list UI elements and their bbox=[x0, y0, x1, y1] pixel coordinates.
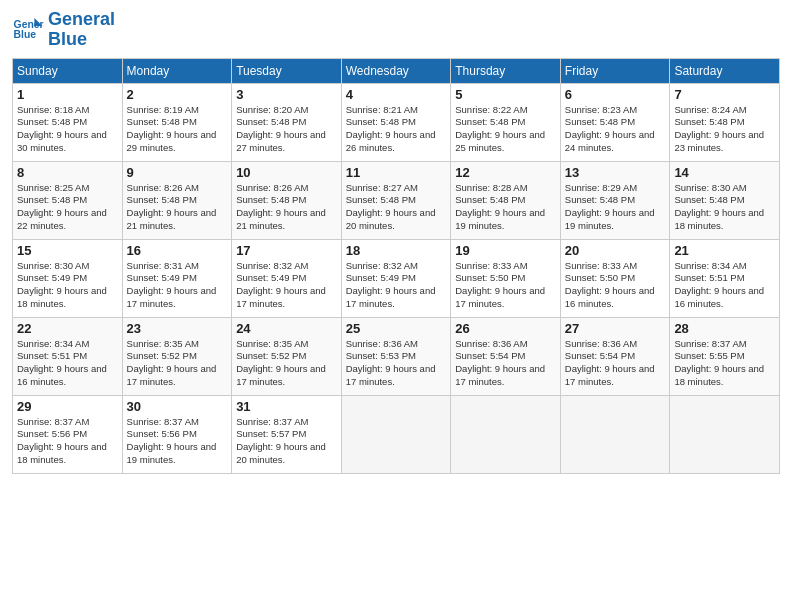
calendar-cell: 10Sunrise: 8:26 AM Sunset: 5:48 PM Dayli… bbox=[232, 161, 342, 239]
calendar-table: SundayMondayTuesdayWednesdayThursdayFrid… bbox=[12, 58, 780, 474]
day-info: Sunrise: 8:22 AM Sunset: 5:48 PM Dayligh… bbox=[455, 104, 556, 155]
day-number: 15 bbox=[17, 243, 118, 258]
calendar-cell: 3Sunrise: 8:20 AM Sunset: 5:48 PM Daylig… bbox=[232, 83, 342, 161]
day-info: Sunrise: 8:33 AM Sunset: 5:50 PM Dayligh… bbox=[455, 260, 556, 311]
day-number: 26 bbox=[455, 321, 556, 336]
calendar-cell: 26Sunrise: 8:36 AM Sunset: 5:54 PM Dayli… bbox=[451, 317, 561, 395]
day-info: Sunrise: 8:23 AM Sunset: 5:48 PM Dayligh… bbox=[565, 104, 666, 155]
calendar-week-3: 15Sunrise: 8:30 AM Sunset: 5:49 PM Dayli… bbox=[13, 239, 780, 317]
calendar-cell: 1Sunrise: 8:18 AM Sunset: 5:48 PM Daylig… bbox=[13, 83, 123, 161]
calendar-cell: 20Sunrise: 8:33 AM Sunset: 5:50 PM Dayli… bbox=[560, 239, 670, 317]
day-header-saturday: Saturday bbox=[670, 58, 780, 83]
calendar-cell: 24Sunrise: 8:35 AM Sunset: 5:52 PM Dayli… bbox=[232, 317, 342, 395]
day-number: 16 bbox=[127, 243, 228, 258]
calendar-cell: 23Sunrise: 8:35 AM Sunset: 5:52 PM Dayli… bbox=[122, 317, 232, 395]
day-number: 14 bbox=[674, 165, 775, 180]
day-info: Sunrise: 8:29 AM Sunset: 5:48 PM Dayligh… bbox=[565, 182, 666, 233]
day-number: 3 bbox=[236, 87, 337, 102]
calendar-cell: 15Sunrise: 8:30 AM Sunset: 5:49 PM Dayli… bbox=[13, 239, 123, 317]
day-info: Sunrise: 8:26 AM Sunset: 5:48 PM Dayligh… bbox=[127, 182, 228, 233]
calendar-cell: 21Sunrise: 8:34 AM Sunset: 5:51 PM Dayli… bbox=[670, 239, 780, 317]
day-number: 6 bbox=[565, 87, 666, 102]
day-number: 10 bbox=[236, 165, 337, 180]
day-number: 28 bbox=[674, 321, 775, 336]
day-number: 13 bbox=[565, 165, 666, 180]
calendar-cell: 17Sunrise: 8:32 AM Sunset: 5:49 PM Dayli… bbox=[232, 239, 342, 317]
day-number: 7 bbox=[674, 87, 775, 102]
calendar-cell: 7Sunrise: 8:24 AM Sunset: 5:48 PM Daylig… bbox=[670, 83, 780, 161]
calendar-cell: 28Sunrise: 8:37 AM Sunset: 5:55 PM Dayli… bbox=[670, 317, 780, 395]
day-header-wednesday: Wednesday bbox=[341, 58, 451, 83]
day-info: Sunrise: 8:31 AM Sunset: 5:49 PM Dayligh… bbox=[127, 260, 228, 311]
logo: General Blue GeneralBlue bbox=[12, 10, 115, 50]
day-info: Sunrise: 8:26 AM Sunset: 5:48 PM Dayligh… bbox=[236, 182, 337, 233]
calendar-week-4: 22Sunrise: 8:34 AM Sunset: 5:51 PM Dayli… bbox=[13, 317, 780, 395]
day-number: 2 bbox=[127, 87, 228, 102]
day-info: Sunrise: 8:35 AM Sunset: 5:52 PM Dayligh… bbox=[127, 338, 228, 389]
day-header-sunday: Sunday bbox=[13, 58, 123, 83]
day-number: 5 bbox=[455, 87, 556, 102]
header: General Blue GeneralBlue bbox=[12, 10, 780, 50]
day-info: Sunrise: 8:28 AM Sunset: 5:48 PM Dayligh… bbox=[455, 182, 556, 233]
day-header-thursday: Thursday bbox=[451, 58, 561, 83]
day-number: 22 bbox=[17, 321, 118, 336]
calendar-cell: 14Sunrise: 8:30 AM Sunset: 5:48 PM Dayli… bbox=[670, 161, 780, 239]
day-number: 20 bbox=[565, 243, 666, 258]
calendar-cell bbox=[341, 395, 451, 473]
day-info: Sunrise: 8:27 AM Sunset: 5:48 PM Dayligh… bbox=[346, 182, 447, 233]
calendar-week-1: 1Sunrise: 8:18 AM Sunset: 5:48 PM Daylig… bbox=[13, 83, 780, 161]
day-number: 8 bbox=[17, 165, 118, 180]
calendar-cell bbox=[560, 395, 670, 473]
day-header-tuesday: Tuesday bbox=[232, 58, 342, 83]
day-info: Sunrise: 8:37 AM Sunset: 5:56 PM Dayligh… bbox=[17, 416, 118, 467]
day-info: Sunrise: 8:20 AM Sunset: 5:48 PM Dayligh… bbox=[236, 104, 337, 155]
calendar-cell: 11Sunrise: 8:27 AM Sunset: 5:48 PM Dayli… bbox=[341, 161, 451, 239]
calendar-cell: 31Sunrise: 8:37 AM Sunset: 5:57 PM Dayli… bbox=[232, 395, 342, 473]
calendar-cell: 18Sunrise: 8:32 AM Sunset: 5:49 PM Dayli… bbox=[341, 239, 451, 317]
logo-text: GeneralBlue bbox=[48, 10, 115, 50]
day-info: Sunrise: 8:21 AM Sunset: 5:48 PM Dayligh… bbox=[346, 104, 447, 155]
day-number: 1 bbox=[17, 87, 118, 102]
day-number: 24 bbox=[236, 321, 337, 336]
calendar-week-5: 29Sunrise: 8:37 AM Sunset: 5:56 PM Dayli… bbox=[13, 395, 780, 473]
day-info: Sunrise: 8:32 AM Sunset: 5:49 PM Dayligh… bbox=[346, 260, 447, 311]
calendar-cell bbox=[670, 395, 780, 473]
day-header-friday: Friday bbox=[560, 58, 670, 83]
day-number: 30 bbox=[127, 399, 228, 414]
calendar-cell: 13Sunrise: 8:29 AM Sunset: 5:48 PM Dayli… bbox=[560, 161, 670, 239]
day-number: 17 bbox=[236, 243, 337, 258]
calendar-header: SundayMondayTuesdayWednesdayThursdayFrid… bbox=[13, 58, 780, 83]
calendar-cell: 30Sunrise: 8:37 AM Sunset: 5:56 PM Dayli… bbox=[122, 395, 232, 473]
day-number: 23 bbox=[127, 321, 228, 336]
calendar-cell: 5Sunrise: 8:22 AM Sunset: 5:48 PM Daylig… bbox=[451, 83, 561, 161]
day-info: Sunrise: 8:19 AM Sunset: 5:48 PM Dayligh… bbox=[127, 104, 228, 155]
svg-text:Blue: Blue bbox=[14, 29, 37, 40]
calendar-cell: 22Sunrise: 8:34 AM Sunset: 5:51 PM Dayli… bbox=[13, 317, 123, 395]
calendar-cell: 29Sunrise: 8:37 AM Sunset: 5:56 PM Dayli… bbox=[13, 395, 123, 473]
day-info: Sunrise: 8:36 AM Sunset: 5:53 PM Dayligh… bbox=[346, 338, 447, 389]
day-number: 4 bbox=[346, 87, 447, 102]
calendar-week-2: 8Sunrise: 8:25 AM Sunset: 5:48 PM Daylig… bbox=[13, 161, 780, 239]
day-number: 11 bbox=[346, 165, 447, 180]
day-number: 21 bbox=[674, 243, 775, 258]
day-number: 25 bbox=[346, 321, 447, 336]
calendar-cell: 6Sunrise: 8:23 AM Sunset: 5:48 PM Daylig… bbox=[560, 83, 670, 161]
day-info: Sunrise: 8:24 AM Sunset: 5:48 PM Dayligh… bbox=[674, 104, 775, 155]
calendar-cell: 8Sunrise: 8:25 AM Sunset: 5:48 PM Daylig… bbox=[13, 161, 123, 239]
calendar-cell: 12Sunrise: 8:28 AM Sunset: 5:48 PM Dayli… bbox=[451, 161, 561, 239]
day-number: 27 bbox=[565, 321, 666, 336]
day-info: Sunrise: 8:32 AM Sunset: 5:49 PM Dayligh… bbox=[236, 260, 337, 311]
day-info: Sunrise: 8:37 AM Sunset: 5:57 PM Dayligh… bbox=[236, 416, 337, 467]
day-number: 29 bbox=[17, 399, 118, 414]
calendar-cell: 16Sunrise: 8:31 AM Sunset: 5:49 PM Dayli… bbox=[122, 239, 232, 317]
calendar-cell: 25Sunrise: 8:36 AM Sunset: 5:53 PM Dayli… bbox=[341, 317, 451, 395]
day-info: Sunrise: 8:37 AM Sunset: 5:56 PM Dayligh… bbox=[127, 416, 228, 467]
day-info: Sunrise: 8:37 AM Sunset: 5:55 PM Dayligh… bbox=[674, 338, 775, 389]
day-info: Sunrise: 8:18 AM Sunset: 5:48 PM Dayligh… bbox=[17, 104, 118, 155]
calendar-cell: 27Sunrise: 8:36 AM Sunset: 5:54 PM Dayli… bbox=[560, 317, 670, 395]
calendar-cell: 9Sunrise: 8:26 AM Sunset: 5:48 PM Daylig… bbox=[122, 161, 232, 239]
page-container: General Blue GeneralBlue SundayMondayTue… bbox=[0, 0, 792, 484]
day-info: Sunrise: 8:33 AM Sunset: 5:50 PM Dayligh… bbox=[565, 260, 666, 311]
calendar-cell: 2Sunrise: 8:19 AM Sunset: 5:48 PM Daylig… bbox=[122, 83, 232, 161]
day-info: Sunrise: 8:36 AM Sunset: 5:54 PM Dayligh… bbox=[455, 338, 556, 389]
